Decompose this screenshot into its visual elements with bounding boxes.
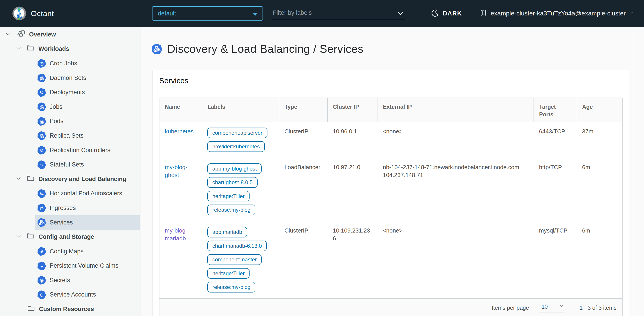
sidebar-nav: OverviewWorkloads◷Cron Jobs▦Daemon Sets↻…	[0, 27, 140, 316]
label-pill[interactable]: release:my-blog	[207, 282, 255, 292]
sidebar-item-secrets[interactable]: ◉Secrets	[35, 273, 140, 287]
sidebar-item-ingresses[interactable]: ⇄Ingresses	[35, 201, 140, 215]
secrets-icon: ◉	[36, 275, 46, 285]
folder-icon	[26, 44, 35, 54]
services-icon	[36, 217, 46, 227]
sidebar-item-workloads[interactable]: Workloads	[0, 42, 140, 56]
scroll-gutter	[634, 27, 634, 316]
column-header-external-ip: External IP	[378, 98, 534, 122]
objects-icon	[16, 29, 26, 40]
sidebar-item-label: Secrets	[50, 277, 70, 284]
namespace-caret-icon	[253, 13, 258, 16]
cell-target-ports: mysql/TCP	[534, 221, 577, 298]
column-header-target-ports: Target Ports	[534, 98, 577, 122]
cluster-icon	[480, 9, 487, 18]
sidebar-item-config-maps[interactable]: ≡Config Maps	[35, 244, 140, 259]
sidebar-item-overview[interactable]: Overview	[0, 27, 140, 42]
label-pill[interactable]: app:mariadb	[207, 227, 247, 237]
items-per-page-label: Items per page	[492, 304, 529, 311]
cell-age: 6m	[577, 221, 622, 298]
sidebar-item-custom-resources[interactable]: Custom Resources	[0, 302, 140, 316]
namespace-select[interactable]: default	[152, 6, 263, 21]
sidebar-item-deployments[interactable]: ↻Deployments	[35, 85, 140, 100]
cell-type: ClusterIP	[279, 221, 327, 298]
services-datagrid: NameLabelsTypeCluster IPExternal IPTarge…	[159, 98, 622, 316]
services-card: Services NameLabelsTypeCluster IPExterna…	[152, 70, 629, 316]
label-pill[interactable]: component:master	[207, 254, 262, 265]
label-pill[interactable]: release:my-blog	[207, 205, 255, 215]
cell-target-ports: http/TCP	[534, 158, 577, 221]
service-accounts-icon: ⊙	[36, 289, 46, 300]
services-heptagon-icon	[150, 43, 163, 55]
sidebar-item-jobs[interactable]: ▤Jobs	[35, 100, 140, 114]
sidebar-item-horizontal-pod-autoscalers[interactable]: ⇆Horizontal Pod Autoscalers	[35, 186, 140, 201]
cell-cluster-ip: 10.109.231.236	[327, 221, 378, 298]
sidebar-item-daemon-sets[interactable]: ▦Daemon Sets	[35, 71, 140, 85]
sidebar-item-discovery-and-load-balancing[interactable]: Discovery and Load Balancing	[0, 172, 140, 186]
card-title: Services	[159, 76, 622, 85]
cluster-selector[interactable]: example-cluster-ka3TuTzYo4a@example-clus…	[480, 0, 634, 27]
column-header-cluster-ip: Cluster IP	[327, 98, 378, 122]
service-link[interactable]: my-blog-ghost	[165, 164, 188, 178]
chevron-down-icon[interactable]	[16, 45, 22, 53]
sidebar-item-config-and-storage[interactable]: Config and Storage	[0, 230, 140, 244]
items-per-page-chevron-icon	[559, 303, 564, 308]
sidebar-item-label: Discovery and Load Balancing	[38, 176, 126, 183]
namespace-underline	[156, 18, 260, 18]
app-header: Octant default Filter by labels DARK exa…	[0, 0, 644, 27]
label-filter-chevron-icon[interactable]	[397, 10, 404, 18]
services-table: NameLabelsTypeCluster IPExternal IPTarge…	[160, 98, 622, 298]
sidebar-item-label: Services	[50, 219, 73, 226]
label-pill[interactable]: chart:mariadb-6.13.0	[207, 241, 266, 251]
chevron-down-icon[interactable]	[16, 175, 22, 183]
label-pill[interactable]: chart:ghost-8.0.5	[207, 177, 258, 188]
sidebar-item-pods[interactable]: ▣Pods	[35, 114, 140, 129]
sidebar-item-label: Deployments	[50, 89, 85, 96]
sidebar-item-label: Service Accounts	[50, 291, 96, 298]
sidebar-item-label: Config and Storage	[38, 233, 94, 240]
replication-controllers-icon: ↺	[36, 145, 46, 155]
datagrid-footer: Items per page 10 1 - 3 of 3 items	[160, 298, 622, 316]
sidebar-item-replica-sets[interactable]: ▥Replica Sets	[35, 128, 140, 143]
column-header-labels: Labels	[202, 98, 279, 122]
moon-icon	[431, 9, 439, 18]
cell-type: ClusterIP	[279, 122, 327, 158]
label-pill[interactable]: heritage:Tiller	[207, 191, 250, 202]
sidebar-item-label: Overview	[29, 31, 56, 38]
sidebar-item-persistent-volume-claims[interactable]: ◒Persistent Volume Claims	[35, 259, 140, 273]
sidebar-item-cron-jobs[interactable]: ◷Cron Jobs	[35, 56, 140, 71]
table-row: my-blog-ghostapp:my-blog-ghostchart:ghos…	[160, 158, 622, 221]
table-header-row: NameLabelsTypeCluster IPExternal IPTarge…	[160, 98, 622, 122]
items-per-page-select[interactable]: 10	[539, 303, 565, 312]
label-pill[interactable]: provider:kubernetes	[207, 141, 264, 152]
ingresses-icon: ⇄	[36, 203, 46, 213]
service-link[interactable]: my-blog-mariadb	[165, 227, 188, 242]
label-pill[interactable]: heritage:Tiller	[207, 268, 250, 279]
octant-logo-icon	[12, 6, 27, 21]
sidebar-nav-list: OverviewWorkloads◷Cron Jobs▦Daemon Sets↻…	[0, 27, 140, 316]
replica-sets-icon: ▥	[36, 131, 46, 141]
sidebar-item-service-accounts[interactable]: ⊙Service Accounts	[35, 287, 140, 302]
sidebar-item-label: Config Maps	[50, 248, 84, 255]
cluster-selector-value: example-cluster-ka3TuTzYo4a@example-clus…	[490, 10, 626, 17]
theme-toggle-button[interactable]: DARK	[431, 0, 462, 27]
pods-icon: ▣	[36, 116, 46, 126]
column-header-age: Age	[577, 98, 622, 122]
service-link[interactable]: kubernetes	[165, 128, 194, 135]
label-pill[interactable]: component:apiserver	[207, 128, 267, 138]
cell-labels: app:mariadbchart:mariadb-6.13.0component…	[202, 221, 279, 298]
chevron-down-icon[interactable]	[16, 233, 22, 241]
config-maps-icon: ≡	[36, 246, 46, 256]
sidebar-item-services[interactable]: Services	[35, 215, 140, 230]
label-pill[interactable]: app:my-blog-ghost	[207, 163, 262, 174]
page-title-block: Discovery & Load Balancing / Services	[151, 43, 363, 56]
sidebar-item-stateful-sets[interactable]: ≡Stateful Sets	[35, 157, 140, 172]
cell-target-ports: 6443/TCP	[534, 122, 577, 158]
cell-name: kubernetes	[160, 122, 202, 158]
sidebar-item-replication-controllers[interactable]: ↺Replication Controllers	[35, 143, 140, 158]
table-body: kubernetescomponent:apiserverprovider:ku…	[160, 122, 622, 298]
horizontal-pod-autoscalers-icon: ⇆	[36, 188, 46, 198]
label-filter-input[interactable]: Filter by labels	[272, 7, 405, 20]
cell-external-ip: nb-104-237-148-71.newark.nodebalancer.li…	[378, 158, 534, 221]
chevron-down-icon[interactable]	[5, 31, 11, 38]
